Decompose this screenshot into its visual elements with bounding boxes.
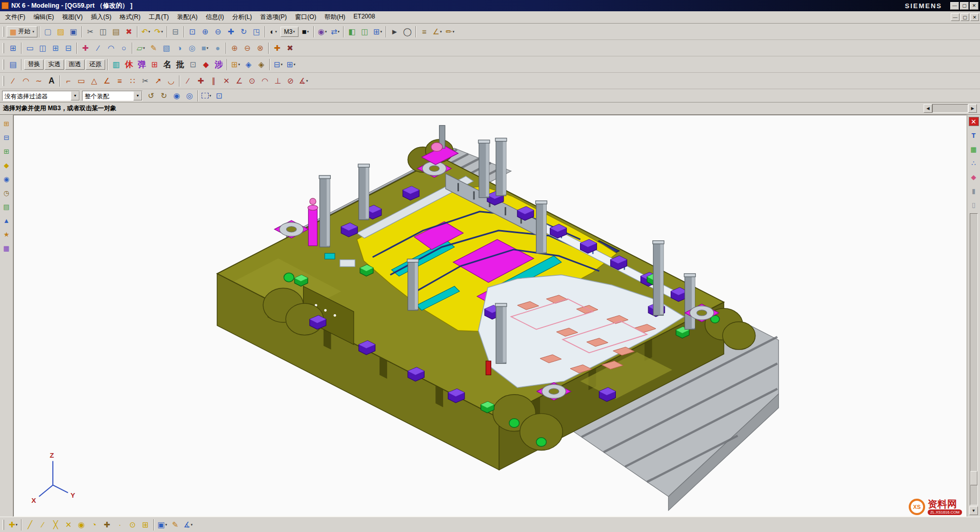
constraints-icon[interactable]: ∡▾ [182,519,194,531]
chamfer-icon[interactable]: ∠ [101,75,113,87]
hd3d-tools-icon[interactable]: ◉ [2,174,12,183]
print-icon[interactable]: ⊟ [169,26,182,38]
chevron-down-icon[interactable]: ▾ [71,91,79,100]
unite-icon[interactable]: ⊕ [228,42,241,54]
new-file-icon[interactable]: ▢ [42,26,54,38]
tangent-arc-icon[interactable]: ◠ [258,75,271,87]
parallel-icon[interactable]: ∥ [207,75,220,87]
process-studio-icon[interactable]: ▲ [2,216,12,225]
menu-view[interactable]: 视图(V) [58,11,87,23]
chip-palette-icon[interactable]: ▦ [969,145,979,154]
control-point-icon[interactable]: ╳ [49,519,62,531]
sketch-icon[interactable]: ✎ [147,42,160,54]
subtract-icon[interactable]: ⊖ [241,42,254,54]
menu-et2008[interactable]: ET2008 [349,11,379,23]
child-close-button[interactable]: ✕ [970,13,979,21]
rotate-view-icon[interactable]: ↻ [237,26,250,38]
layout-split-icon[interactable]: ◫ [36,42,49,54]
object-color-icon[interactable]: ■▾ [299,26,312,38]
menu-edit[interactable]: 编辑(E) [29,11,58,23]
concentric-icon[interactable]: ⊙ [246,75,258,87]
show-name-button[interactable]: 名 [161,58,174,71]
solid-translucency-button[interactable]: 实透 [45,59,64,70]
zoom-in-icon[interactable]: ⊕ [199,26,212,38]
cylinder-palette-icon[interactable]: ▮ [969,186,979,195]
clamp-palette-icon[interactable]: ▯ [969,200,979,209]
rectangle-select-icon[interactable]: ▾ [200,90,213,102]
system-scenes-icon[interactable]: ▦ [2,243,12,253]
reuse-library-icon[interactable]: ◆ [2,160,12,170]
scroll-right-button[interactable]: ▶ [968,104,977,113]
part-navigator-icon[interactable]: ⊞ [2,147,12,156]
vertical-scrollbar[interactable] [970,213,978,505]
snap-settings-icon[interactable]: ▣▾ [156,519,169,531]
move-object-icon[interactable]: ⇄▾ [329,26,342,38]
block-icon[interactable]: ■▾ [198,42,211,54]
datum-group-icon[interactable]: ⊟▾ [272,58,285,71]
sketch-line-icon[interactable]: ∕ [7,75,19,87]
menu-preferences[interactable]: 首选项(P) [256,11,291,23]
link-lock-icon[interactable]: ◈ [242,58,255,71]
selection-filter-dropdown[interactable]: 没有选择过滤器 ▾ [2,91,80,101]
window-restore-button[interactable]: ▢ [960,2,969,10]
child-restore-button[interactable]: ▢ [961,13,969,21]
3d-model-die-assembly[interactable]: Z X Y [14,115,966,516]
wcs-dynamics-icon[interactable]: ✚ [271,42,284,54]
snap-point-icon[interactable]: ✚▾ [7,519,19,531]
rectangle-icon[interactable]: ▭ [75,75,88,87]
note-icon[interactable]: ⊡ [187,58,199,71]
zoom-out-icon[interactable]: ⊖ [212,26,225,38]
wave-grid-icon[interactable]: ⊞ [148,58,161,71]
extend-curve-icon[interactable]: ↗ [152,75,165,87]
arc-icon[interactable]: ◠ [105,42,117,54]
quick-trim-icon[interactable]: ∕ [182,75,194,87]
sphere-icon[interactable]: ● [211,42,224,54]
menu-assemblies[interactable]: 装配(A) [173,11,202,23]
constraint-navigator-icon[interactable]: ⊟ [2,133,12,142]
pan-icon[interactable]: ✚ [225,26,237,38]
scroll-left-button[interactable]: ◀ [924,104,932,113]
paste-icon[interactable]: ▤ [110,26,123,38]
chevron-down-icon[interactable]: ▾ [133,91,142,100]
circle-icon[interactable]: ○ [117,42,130,54]
menu-insert[interactable]: 插入(S) [87,11,115,23]
feature-group-icon[interactable]: ⊞▾ [285,58,297,71]
hole-icon[interactable]: ◎ [186,42,198,54]
annotate-icon[interactable]: ✏▾ [444,26,456,38]
suppress-button[interactable]: 休 [123,58,135,71]
layout-grid-icon[interactable]: ⊞ [7,42,19,54]
batch-button[interactable]: 批 [174,58,187,71]
end-point-icon[interactable]: ╱ [24,519,36,531]
scrollbar-track[interactable] [932,104,968,113]
next-selection-icon[interactable]: ↻ [157,90,170,102]
bounded-grid-icon[interactable]: ⊞ [139,519,152,531]
column-display-icon[interactable]: ▥ [110,58,123,71]
window-tile-icon[interactable]: ◫ [358,26,371,38]
child-minimize-button[interactable]: — [951,13,959,21]
object-filter-icon[interactable]: ≡ [418,26,431,38]
select-arrow-icon[interactable]: ► [388,26,401,38]
menu-tools[interactable]: 工具(T) [145,11,173,23]
face-translucency-button[interactable]: 面透 [65,59,85,70]
window-cascade-icon[interactable]: ◧ [346,26,358,38]
layout-quad-icon[interactable]: ⊞ [49,42,62,54]
render-style-button[interactable]: M3▾ [281,27,298,37]
datum-plane-icon[interactable]: ▱▾ [134,42,147,54]
toolbar-grip[interactable] [3,43,4,53]
toolbar-grip[interactable] [3,59,4,70]
selection-scope-dropdown[interactable]: 整个装配 ▾ [82,91,143,101]
ellipse-icon[interactable]: ⊘ [284,75,297,87]
sketch-arc-icon[interactable]: ◠ [19,75,32,87]
measure-icon[interactable]: ∠▾ [431,26,444,38]
close-palette-icon[interactable]: ✕ [969,117,979,126]
quadrant-point-icon[interactable]: ◔ [88,519,101,531]
profile-icon[interactable]: ⌐ [62,75,75,87]
menu-format[interactable]: 格式(R) [115,11,145,23]
restore-button[interactable]: 还原 [86,59,105,70]
popup-button[interactable]: 弹 [135,58,148,71]
redo-icon[interactable]: ↷▾ [152,26,165,38]
menu-help[interactable]: 帮助(H) [321,11,350,23]
cut-icon[interactable]: ✂ [84,26,97,38]
polygon-icon[interactable]: △ [88,75,101,87]
show-hide-icon[interactable]: ◉▾ [316,26,329,38]
